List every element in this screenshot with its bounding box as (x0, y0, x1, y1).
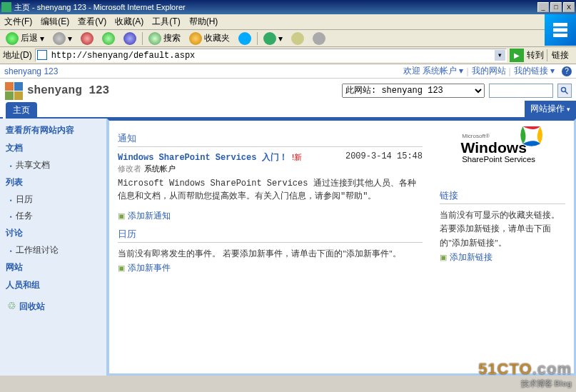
svg-line-1 (565, 91, 568, 94)
help-icon[interactable]: ? (562, 66, 572, 76)
site-actions-menu[interactable]: 网站操作 (525, 101, 576, 119)
announcement-title-link[interactable]: Windows SharePoint Services 入门！ (118, 153, 288, 163)
announcements-webpart-title: 通知 (118, 132, 423, 147)
menu-bar: 文件(F) 编辑(E) 查看(V) 收藏(A) 工具(T) 帮助(H) (0, 14, 576, 30)
magnifier-icon (560, 86, 569, 95)
wss-logo: Microsoft® Windows SharePoint Services (440, 126, 565, 181)
ql-item-calendar[interactable]: 日历 (0, 191, 106, 208)
breadcrumb[interactable]: shenyang 123 (4, 66, 400, 76)
page-icon (37, 50, 47, 60)
links-empty-text: 当前没有可显示的收藏夹链接。 若要添加新链接，请单击下面的"添加新链接"。 (440, 208, 565, 250)
sharepoint-header: shenyang 123 此网站: shenyang 123 (0, 79, 576, 103)
menu-view[interactable]: 查看(V) (74, 14, 111, 30)
quick-launch: 查看所有网站内容 文档 共享文档 列表 日历 任务 讨论 工作组讨论 网站 人员… (0, 119, 107, 376)
menu-edit[interactable]: 编辑(E) (36, 14, 74, 30)
search-button[interactable]: 搜索 (146, 31, 183, 46)
calendar-webpart-title: 日历 (118, 228, 423, 243)
forward-icon (53, 32, 66, 45)
watermark: 51CTO.com 技术博客 Blog (478, 360, 572, 389)
site-logo-icon (4, 81, 23, 100)
modified-by-user: 系统帐户 (144, 164, 176, 174)
tab-strip: 主页 网站操作 (0, 103, 576, 119)
links-webpart-title: 链接 (440, 189, 565, 204)
history-icon (263, 32, 276, 45)
media-button[interactable] (236, 31, 254, 46)
go-label: 转到 (527, 49, 544, 61)
ql-item-tasks[interactable]: 任务 (0, 208, 106, 224)
stop-icon (81, 32, 94, 45)
my-links-link[interactable]: 我的链接 ▾ (511, 65, 557, 77)
svg-point-0 (562, 88, 566, 92)
ql-item-team-discussion[interactable]: 工作组讨论 (0, 242, 106, 258)
calendar-empty-text: 当前没有即将发生的事件。 若要添加新事件，请单击下面的"添加新事件"。 (118, 247, 423, 261)
announcement-body: Microsoft Windows SharePoint Services 通过… (118, 177, 423, 203)
app-icon (1, 2, 11, 12)
menu-tools[interactable]: 工具(T) (148, 14, 184, 30)
refresh-button[interactable] (99, 31, 118, 46)
sharepoint-body: 查看所有网站内容 文档 共享文档 列表 日历 任务 讨论 工作组讨论 网站 人员… (0, 119, 576, 376)
star-icon (189, 32, 202, 45)
svg-text:SharePoint Services: SharePoint Services (462, 155, 535, 164)
add-event-link[interactable]: 添加新事件 (118, 262, 171, 274)
add-link-link[interactable]: 添加新链接 (440, 251, 492, 263)
stop-button[interactable] (78, 31, 96, 46)
links-toolbar-label[interactable]: 链接 (547, 49, 573, 61)
search-go-button[interactable] (557, 84, 572, 98)
new-badge: !新 (292, 153, 302, 161)
main-content: 通知 2009-3-14 15:48 Windows SharePoint Se… (107, 119, 576, 376)
refresh-icon (102, 32, 115, 45)
print-icon (313, 32, 325, 45)
menu-file[interactable]: 文件(F) (0, 14, 36, 30)
welcome-user-link[interactable]: 欢迎 系统帐户 ▾ (400, 65, 467, 77)
right-zone: Microsoft® Windows SharePoint Services 链… (431, 121, 574, 373)
add-announcement-link[interactable]: 添加新通知 (118, 210, 171, 222)
ql-header-discussions[interactable]: 讨论 (0, 224, 106, 242)
menu-help[interactable]: 帮助(H) (185, 14, 223, 30)
media-icon (238, 32, 251, 45)
toolbar-separator (257, 32, 258, 45)
ql-header-lists[interactable]: 列表 (0, 174, 106, 191)
announcement-date: 2009-3-14 15:48 (345, 151, 423, 161)
forward-button[interactable]: ▾ (50, 31, 75, 46)
toolbar: 后退 ▾ ▾ 搜索 收藏夹 ▾ (0, 30, 576, 47)
ql-item-shared-documents[interactable]: 共享文档 (0, 157, 106, 174)
view-all-content-link[interactable]: 查看所有网站内容 (0, 121, 106, 139)
window-titlebar: 主页 - shenyang 123 - Microsoft Internet E… (0, 0, 576, 14)
ie-logo-icon (545, 14, 576, 46)
ql-header-sites[interactable]: 网站 (0, 258, 106, 276)
mail-button[interactable] (288, 31, 307, 46)
home-icon (123, 32, 136, 45)
address-dropdown[interactable]: ▾ (495, 50, 505, 61)
modified-by-label: 修改者 (118, 164, 141, 174)
favorites-button[interactable]: 收藏夹 (186, 31, 233, 46)
back-button[interactable]: 后退 ▾ (3, 31, 47, 46)
svg-text:Windows: Windows (461, 139, 527, 156)
address-bar: 地址(D) ▾ ▶ 转到 链接 (0, 47, 576, 64)
home-button[interactable] (121, 31, 139, 46)
sharepoint-topbar: shenyang 123 欢迎 系统帐户 ▾ | 我的网站 | 我的链接 ▾ ? (0, 64, 576, 79)
minimize-button[interactable]: _ (537, 2, 549, 12)
address-input[interactable] (35, 49, 507, 62)
address-label: 地址(D) (3, 49, 32, 61)
window-title: 主页 - shenyang 123 - Microsoft Internet E… (14, 2, 536, 13)
ql-header-people[interactable]: 人员和组 (0, 276, 106, 294)
search-icon (148, 32, 161, 45)
left-zone: 通知 2009-3-14 15:48 Windows SharePoint Se… (109, 121, 431, 373)
my-site-link[interactable]: 我的网站 (469, 65, 509, 77)
maximize-button[interactable]: □ (550, 2, 562, 12)
search-input[interactable] (489, 84, 553, 98)
print-button[interactable] (310, 31, 328, 46)
back-icon (6, 32, 19, 45)
toolbar-separator (142, 32, 143, 45)
menu-favorites[interactable]: 收藏(A) (111, 14, 148, 30)
mail-icon (291, 32, 304, 45)
history-button[interactable]: ▾ (261, 31, 286, 46)
go-button[interactable]: ▶ (510, 49, 524, 62)
search-scope-select[interactable]: 此网站: shenyang 123 (342, 84, 485, 98)
recycle-bin-link[interactable]: 回收站 (0, 294, 106, 316)
site-title: shenyang 123 (27, 84, 109, 97)
close-button[interactable]: X (563, 2, 575, 12)
ql-header-documents[interactable]: 文档 (0, 139, 106, 157)
tab-home[interactable]: 主页 (6, 102, 37, 119)
